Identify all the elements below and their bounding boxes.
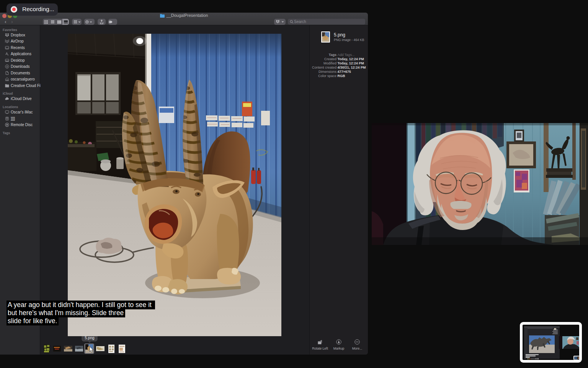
svg-text:Markup: Markup <box>333 347 345 350</box>
svg-text:More...: More... <box>352 347 362 350</box>
svg-text:5.png: 5.png <box>85 336 94 340</box>
svg-text:Rotate Left: Rotate Left <box>312 347 328 350</box>
